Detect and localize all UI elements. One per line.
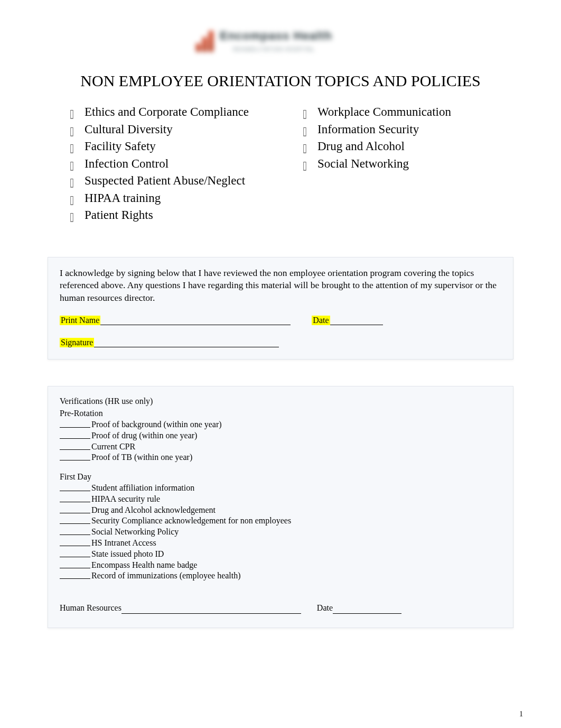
topic-item: ▯Social Networking <box>302 156 513 173</box>
acknowledgement-text: I acknowledge by signing below that I ha… <box>60 267 501 305</box>
topics-right-column: ▯Workplace Communication ▯Information Se… <box>302 105 513 225</box>
verif-item-label: Record of immunizations (employee health… <box>91 570 241 582</box>
topic-label: Infection Control <box>85 156 169 172</box>
verif-item[interactable]: Student affiliation information <box>60 483 501 494</box>
topic-label: Suspected Patient Abuse/Neglect <box>85 173 245 189</box>
verif-item[interactable]: State issued photo ID <box>60 549 501 560</box>
hr-label: Human Resources <box>60 603 121 614</box>
topic-item: ▯Drug and Alcohol <box>302 139 513 155</box>
verif-item-label: HS Intranet Access <box>91 538 156 549</box>
pre-rotation-heading: Pre-Rotation <box>60 408 501 419</box>
verif-item-label: State issued photo ID <box>91 549 164 560</box>
topic-item: ▯Infection Control <box>69 156 280 173</box>
verif-item[interactable]: Record of immunizations (employee health… <box>60 570 501 582</box>
print-name-label: Print Name <box>60 316 100 325</box>
topic-item: ▯Workplace Communication <box>302 105 513 121</box>
ack-date-field[interactable]: Date <box>312 316 382 325</box>
signature-field[interactable]: Signature <box>60 338 501 347</box>
verif-item-label: Proof of TB (within one year) <box>91 452 192 463</box>
verif-item-label: Security Compliance acknowledgement for … <box>91 515 291 527</box>
topic-item: ▯Patient Rights <box>69 208 280 224</box>
bullet-icon: ▯ <box>303 158 307 173</box>
topic-item: ▯HIPAA training <box>69 191 280 207</box>
topic-label: Workplace Communication <box>317 105 451 120</box>
verif-item[interactable]: HIPAA security rule <box>60 494 501 505</box>
verif-item-label: Drug and Alcohol acknowledgement <box>91 505 216 516</box>
topic-item: ▯Facility Safety <box>69 139 280 155</box>
topic-label: Information Security <box>317 122 419 137</box>
verif-item[interactable]: Proof of drug (within one year) <box>60 430 501 441</box>
topic-item: ▯Suspected Patient Abuse/Neglect <box>69 173 280 190</box>
topic-label: HIPAA training <box>85 191 161 206</box>
logo-area: Encompass Health REHABILITATION HOSPITAL <box>48 21 513 67</box>
topic-item: ▯Cultural Diversity <box>69 122 280 139</box>
topic-label: Patient Rights <box>85 208 153 223</box>
verif-item[interactable]: Proof of background (within one year) <box>60 419 501 430</box>
page-number: 1 <box>519 710 523 718</box>
logo-brand-subtext: REHABILITATION HOSPITAL <box>233 47 315 52</box>
page-title: NON EMPLOYEE ORIENTATION TOPICS AND POLI… <box>48 72 513 90</box>
verif-item[interactable]: Social Networking Policy <box>60 527 501 538</box>
hr-date-label: Date <box>317 603 333 614</box>
topic-item: ▯Information Security <box>302 122 513 139</box>
first-day-heading: First Day <box>60 472 501 483</box>
hr-signature-field[interactable]: Human Resources <box>60 603 301 614</box>
verif-item-label: Current CPR <box>91 441 135 453</box>
bullet-icon: ▯ <box>303 124 307 139</box>
verif-item[interactable]: Current CPR <box>60 441 501 453</box>
verifications-heading: Verifications (HR use only) <box>60 396 501 407</box>
signature-label: Signature <box>60 338 94 347</box>
bullet-icon: ▯ <box>70 175 74 190</box>
topic-label: Cultural Diversity <box>85 122 173 137</box>
logo-brand-name: Encompass Health <box>220 29 332 43</box>
acknowledgement-box: I acknowledge by signing below that I ha… <box>48 257 513 360</box>
verifications-box: Verifications (HR use only) Pre-Rotation… <box>48 386 513 628</box>
verif-item[interactable]: Encompass Health name badge <box>60 560 501 571</box>
verif-item-label: Proof of background (within one year) <box>91 419 222 430</box>
verif-item-label: HIPAA security rule <box>91 494 160 505</box>
bullet-icon: ▯ <box>303 141 307 155</box>
topic-label: Facility Safety <box>85 139 156 154</box>
verif-item[interactable]: HS Intranet Access <box>60 538 501 549</box>
verif-item-label: Proof of drug (within one year) <box>91 430 197 441</box>
bullet-icon: ▯ <box>70 192 74 207</box>
bullet-icon: ▯ <box>70 124 74 139</box>
verif-item-label: Social Networking Policy <box>91 527 179 538</box>
bullet-icon: ▯ <box>70 141 74 155</box>
topic-label: Ethics and Corporate Compliance <box>85 105 249 120</box>
verif-item[interactable]: Drug and Alcohol acknowledgement <box>60 505 501 516</box>
topic-label: Social Networking <box>317 156 409 172</box>
bullet-icon: ▯ <box>70 106 74 121</box>
bullet-icon: ▯ <box>303 106 307 121</box>
hr-signature-row: Human Resources Date <box>60 603 501 614</box>
topic-label: Drug and Alcohol <box>317 139 405 154</box>
bullet-icon: ▯ <box>70 209 74 224</box>
topics-columns: ▯Ethics and Corporate Compliance ▯Cultur… <box>69 105 513 225</box>
print-name-date-row: Print Name Date <box>60 316 501 325</box>
topic-item: ▯Ethics and Corporate Compliance <box>69 105 280 121</box>
verif-item[interactable]: Proof of TB (within one year) <box>60 452 501 463</box>
hr-date-field[interactable]: Date <box>317 603 401 614</box>
verif-item-label: Encompass Health name badge <box>91 560 197 571</box>
logo-mark-icon <box>196 31 215 52</box>
company-logo: Encompass Health REHABILITATION HOSPITAL <box>185 21 376 64</box>
topics-left-column: ▯Ethics and Corporate Compliance ▯Cultur… <box>69 105 280 225</box>
ack-date-label: Date <box>312 316 330 325</box>
verif-item[interactable]: Security Compliance acknowledgement for … <box>60 515 501 527</box>
bullet-icon: ▯ <box>70 158 74 173</box>
print-name-field[interactable]: Print Name <box>60 316 291 325</box>
verif-item-label: Student affiliation information <box>91 483 194 494</box>
